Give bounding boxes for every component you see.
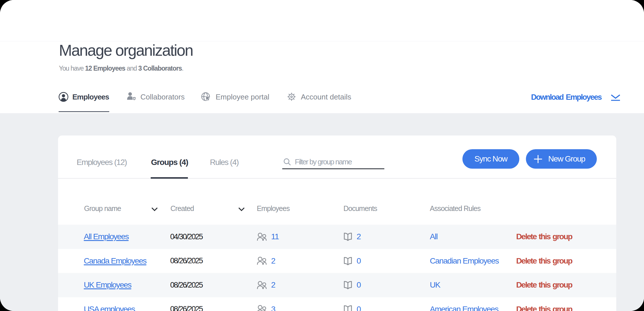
group-name-link[interactable]: All Employees [84,233,129,241]
tab-collaborators[interactable]: Collaborators [126,92,185,102]
table-row: Canada Employees 08/26/2025 2 0 Canadian [58,249,616,273]
group-name-link[interactable]: UK Employees [84,281,131,289]
subtab-employees[interactable]: Employees (12) [77,158,127,166]
search-icon [283,158,291,166]
tab-employee-portal[interactable]: Employee portal [201,92,269,102]
people-icon [257,257,267,265]
document-count[interactable]: 0 [357,305,361,311]
sort-chevron-created[interactable] [238,207,245,211]
sync-now-button[interactable]: Sync Now [462,149,519,169]
associated-rule-link[interactable]: UK [430,281,440,289]
employee-count[interactable]: 2 [271,281,275,289]
col-header-group-name: Group name [84,205,121,212]
plus-icon [533,154,543,164]
filter-input[interactable] [295,156,382,168]
person-circle-icon [59,92,68,102]
card-header-divider [58,178,616,179]
subtitle-prefix: You have [59,65,85,72]
document-count[interactable]: 0 [357,281,361,289]
employee-count[interactable]: 3 [271,305,275,311]
table-row: All Employees 04/30/2025 11 2 All Del [58,225,616,249]
group-name-link[interactable]: Canada Employees [84,257,146,265]
tab-employee-portal-label: Employee portal [216,93,269,101]
associated-rule-link[interactable]: Canadian Employees [430,257,499,265]
subtab-rules[interactable]: Rules (4) [210,158,238,166]
delete-group-link[interactable]: Delete this group [516,281,572,289]
sort-chevron-group-name[interactable] [151,207,158,211]
people-icon [257,233,267,241]
tab-employees-label: Employees [72,93,109,101]
book-icon [343,256,352,266]
delete-group-link[interactable]: Delete this group [516,257,572,265]
filter-field [282,154,384,169]
people-icon [257,281,267,289]
top-navbar [0,0,644,41]
document-count[interactable]: 2 [357,233,361,241]
col-header-associated-rules: Associated Rules [430,205,480,212]
tab-collaborators-label: Collaborators [140,93,185,101]
subtitle-employee-count: 12 Employees [85,65,125,72]
globe-icon [201,92,211,102]
delete-group-link[interactable]: Delete this group [516,305,572,311]
col-header-documents: Documents [343,205,377,212]
active-subtab-underline [151,177,188,179]
col-header-employees: Employees [257,205,290,212]
tab-account-details[interactable]: Account details [287,92,351,102]
book-icon [343,280,352,290]
download-employees-label: Download Employees [531,93,601,101]
people-icon [257,305,267,311]
created-date: 08/26/2025 [170,281,202,289]
app-window: Manage organization You have 12 Employee… [0,0,644,311]
page-title: Manage organization [59,43,193,58]
employee-count[interactable]: 2 [271,257,275,265]
book-icon [343,232,352,241]
subtitle-collaborator-count: 3 Collaborators [138,65,182,72]
associated-rule-link[interactable]: American Employees [430,305,498,311]
new-group-button[interactable]: New Group [526,149,597,169]
table-row: USA employees 08/26/2025 3 0 American Em… [58,297,616,311]
created-date: 04/30/2025 [170,233,202,241]
document-count[interactable]: 0 [357,257,361,265]
filter-underline [282,168,384,169]
subtab-groups[interactable]: Groups (4) [151,158,188,166]
table-row: UK Employees 08/26/2025 2 0 UK Delete [58,273,616,297]
page-subtitle: You have 12 Employees and 3 Collaborator… [59,65,183,72]
tab-employees[interactable]: Employees [59,92,109,102]
book-icon [343,305,352,311]
associated-rule-link[interactable]: All [430,233,438,241]
new-group-label: New Group [548,154,585,164]
download-icon [611,94,621,101]
col-header-created: Created [170,205,194,212]
created-date: 08/26/2025 [170,257,202,265]
active-tab-underline [59,111,109,112]
download-employees-link[interactable]: Download Employees [531,93,621,101]
delete-group-link[interactable]: Delete this group [516,233,572,241]
subtitle-suffix: . [182,65,183,72]
group-name-link[interactable]: USA employees [84,305,135,311]
employee-count[interactable]: 11 [271,233,279,241]
subtitle-middle: and [125,65,138,72]
gear-icon [287,92,296,101]
created-date: 08/26/2025 [170,305,202,311]
person-shield-icon [126,92,136,102]
tab-account-details-label: Account details [301,93,351,101]
